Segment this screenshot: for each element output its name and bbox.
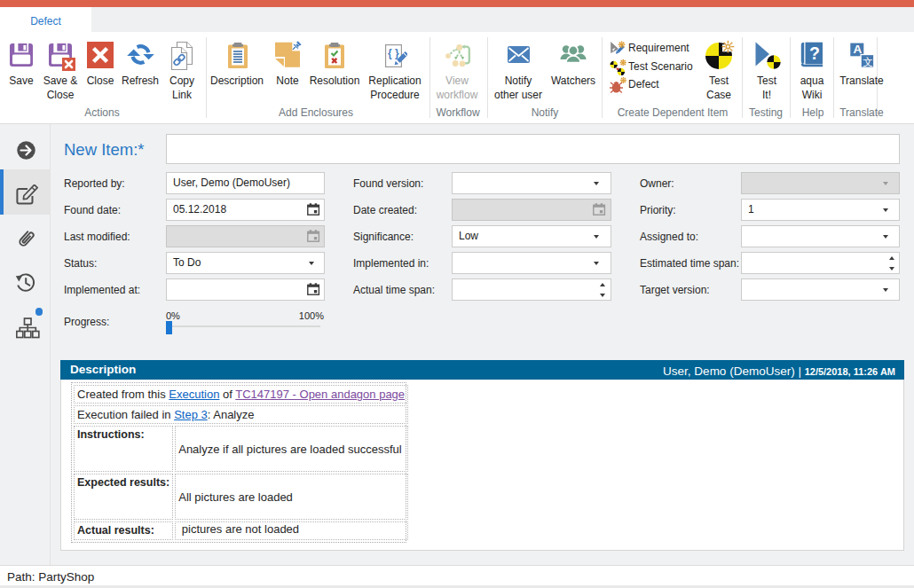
svg-text:{ }: { } xyxy=(388,47,399,59)
svg-text:文: 文 xyxy=(863,57,873,67)
svg-text:?: ? xyxy=(809,43,820,63)
